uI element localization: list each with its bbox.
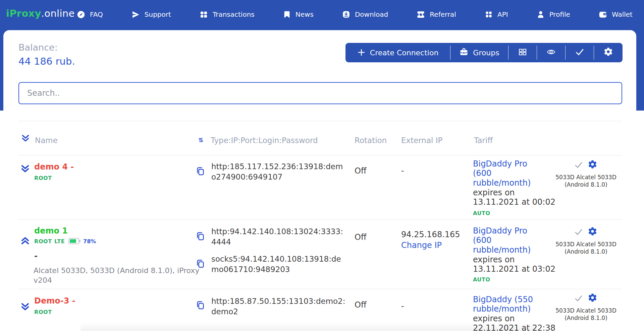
divider — [18, 219, 622, 220]
plus-icon: + — [357, 47, 366, 57]
eye-icon — [546, 47, 556, 58]
external-ip-value: 94.25.168.165 — [401, 230, 460, 239]
column-header-connection: Type:IP:Port:Login:Password — [211, 136, 318, 145]
grid-view-icon — [518, 47, 528, 58]
nav-label: Support — [145, 10, 171, 18]
root-badge: ROOT — [34, 175, 52, 181]
nav-label: Referral — [430, 10, 456, 18]
brand-logo-primary: iProxy — [6, 8, 41, 19]
top-navbar: iProxy.online FAQ Support Transactions N… — [0, 0, 644, 29]
column-header-rotation: Rotation — [355, 136, 387, 145]
tariff-link[interactable]: (600 — [473, 236, 491, 245]
paper-plane-icon — [131, 10, 140, 19]
tariff-link[interactable]: BigDaddy (550 — [473, 295, 533, 305]
copy-icon[interactable] — [195, 230, 205, 243]
auto-badge: AUTO — [473, 276, 490, 283]
connection-name[interactable]: demo 4 - — [34, 162, 74, 172]
create-connection-button[interactable]: + Create Connection — [345, 43, 450, 62]
row-settings-gear-icon[interactable] — [588, 293, 597, 304]
column-header-name: Name — [35, 136, 58, 145]
nav-label: Transactions — [213, 10, 255, 18]
tariff-expires-date: 13.11.2021 at 03:02 — [473, 264, 555, 274]
bottom-fade — [80, 322, 537, 331]
nav-label: API — [497, 10, 508, 18]
nav-item-faq[interactable]: FAQ — [76, 10, 103, 19]
settings-button[interactable] — [594, 43, 622, 62]
balance-value: 44 186 rub. — [18, 56, 75, 67]
collapse-row-icon[interactable] — [20, 235, 30, 245]
expand-row-icon[interactable] — [20, 302, 30, 313]
copy-icon[interactable] — [195, 300, 205, 312]
expand-row-icon[interactable] — [20, 164, 30, 175]
external-ip-value: - — [401, 166, 404, 176]
device-model: 5033D Alcatel 5033D (Android 8.1.0) — [546, 307, 626, 322]
nav-item-referral[interactable]: Referral — [416, 10, 456, 19]
tariff-link[interactable]: rubble/month) — [473, 304, 531, 314]
brand-logo-secondary: .online — [41, 8, 75, 19]
row-settings-gear-icon[interactable] — [588, 159, 597, 171]
status-check-icon[interactable] — [574, 227, 584, 238]
connection-string: http:185.117.152.236:13918:demo274900:69… — [211, 161, 345, 182]
connection-string: http:94.142.140.108:13024:3333:4444 — [211, 226, 345, 247]
tariff-expires: expires on — [473, 255, 515, 265]
grid-squares-icon — [484, 10, 493, 19]
content-card: Balance: 44 186 rub. + Create Connection… — [3, 30, 636, 331]
sort-arrows-icon[interactable] — [198, 136, 204, 145]
nav-item-profile[interactable]: Profile — [536, 10, 570, 19]
copy-icon[interactable] — [195, 166, 205, 178]
tariff-link[interactable]: rubble/month) — [473, 245, 531, 255]
column-header-external-ip: External IP — [401, 136, 442, 145]
visibility-button[interactable] — [537, 43, 565, 62]
blocks-icon — [199, 10, 208, 19]
connection-name[interactable]: demo 1 — [34, 226, 68, 236]
nav-item-news[interactable]: News — [283, 10, 314, 19]
nav-item-transactions[interactable]: Transactions — [199, 10, 255, 19]
ticket-star-icon — [416, 10, 425, 19]
row-settings-gear-icon[interactable] — [588, 226, 597, 238]
sort-chevrons-icon[interactable] — [21, 134, 30, 144]
battery-percent: 78% — [83, 238, 96, 245]
tariff-link[interactable]: (600 — [473, 169, 491, 178]
lte-badge: LTE — [54, 238, 65, 245]
copy-icon[interactable] — [195, 258, 205, 270]
select-all-button[interactable] — [566, 43, 594, 62]
nav-item-download[interactable]: Download — [342, 10, 388, 19]
tariff-expires-date: 13.11.2021 at 00:02 — [473, 197, 555, 207]
nav-item-api[interactable]: API — [484, 10, 508, 19]
nav-item-wallet[interactable]: Wallet — [598, 10, 633, 19]
connection-string: http:185.87.50.155:13103:demo2:demo2 — [211, 296, 345, 317]
person-icon — [536, 10, 545, 19]
tariff-link[interactable]: BigDaddy Pro — [473, 159, 527, 169]
compass-icon — [76, 10, 86, 19]
connection-name[interactable]: Demo-3 - — [34, 296, 75, 306]
device-info: Alcatel 5033D, 5033D (Android 8.1.0), iP… — [34, 266, 208, 285]
connection-string: socks5:94.142.140.108:13918:demo061710:9… — [211, 254, 345, 275]
change-ip-link[interactable]: Change IP — [401, 241, 442, 250]
grid-view-button[interactable] — [508, 43, 537, 62]
check-icon — [574, 47, 585, 58]
tariff-link[interactable]: BigDaddy Pro — [473, 226, 527, 236]
brand-logo[interactable]: iProxy.online — [6, 8, 75, 19]
tariff-expires: expires on — [473, 188, 515, 198]
actions-toolbar: + Create Connection Groups — [345, 43, 623, 62]
search-input[interactable] — [18, 82, 622, 104]
nav-item-support[interactable]: Support — [131, 10, 171, 19]
rotation-value: Off — [355, 233, 366, 242]
groups-button[interactable]: Groups — [450, 43, 508, 62]
divider — [18, 155, 622, 155]
root-badge: ROOT — [34, 309, 52, 315]
row-dash: - — [34, 251, 38, 261]
divider — [18, 121, 622, 121]
tariff-link[interactable]: rubble/month) — [473, 178, 531, 188]
groups-label: Groups — [473, 49, 499, 57]
status-check-icon[interactable] — [574, 294, 584, 304]
external-ip-value: - — [401, 302, 404, 311]
nav-label: News — [296, 10, 314, 18]
status-check-icon[interactable] — [574, 160, 584, 171]
create-connection-label: Create Connection — [370, 49, 439, 57]
device-model: 5033D Alcatel 5033D (Android 8.1.0) — [546, 241, 626, 255]
briefcase-icon — [459, 47, 469, 58]
rotation-value: Off — [355, 166, 366, 176]
device-model: 5033D Alcatel 5033D (Android 8.1.0) — [546, 174, 626, 188]
nav-label: Profile — [549, 10, 570, 18]
